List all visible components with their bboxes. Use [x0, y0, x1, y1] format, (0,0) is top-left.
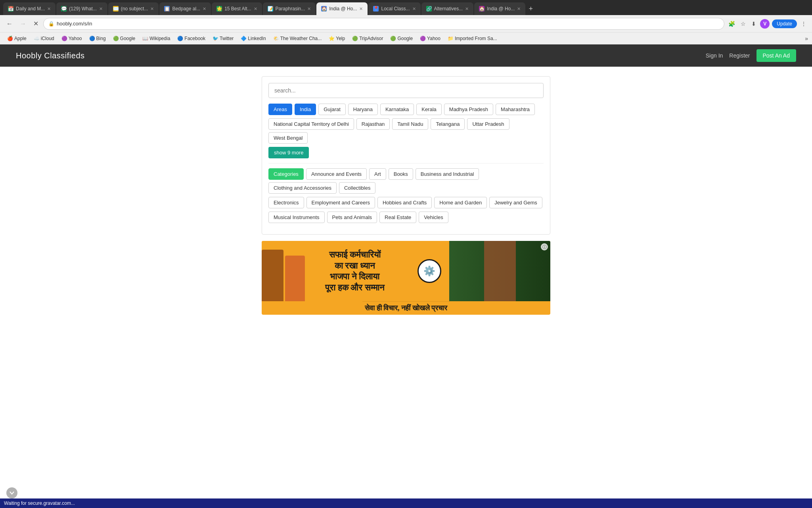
- bookmark-label-google2: Google: [397, 36, 413, 41]
- bookmark-icloud[interactable]: ☁️ iCloud: [31, 35, 57, 42]
- hobbies-crafts-tag[interactable]: Hobbies and Crafts: [377, 197, 432, 208]
- categories-button[interactable]: Categories: [268, 168, 304, 180]
- bookmark-yelp[interactable]: ⭐ Yelp: [326, 35, 348, 42]
- icloud-favicon: ☁️: [34, 36, 39, 41]
- bookmark-tripadvisor[interactable]: 🟢 TripAdvisor: [349, 35, 386, 42]
- bookmarks-more[interactable]: »: [805, 35, 808, 42]
- bookmark-label-twitter: Twitter: [220, 36, 234, 41]
- bookmark-facebook[interactable]: 🔵 Facebook: [174, 35, 209, 42]
- menu-button[interactable]: ⋮: [799, 19, 808, 29]
- tab-2[interactable]: 💬 (129) What... ✕: [56, 2, 107, 15]
- tab-9[interactable]: 🔗 Alternatives... ✕: [421, 2, 474, 15]
- bookmark-weather[interactable]: 🌤️ The Weather Cha...: [270, 35, 325, 42]
- reload-button[interactable]: ✕: [31, 18, 41, 29]
- haryana-tag[interactable]: Haryana: [348, 104, 378, 115]
- tab-close-5[interactable]: ✕: [254, 6, 257, 12]
- ad-info-icon[interactable]: ⓘ: [541, 243, 548, 250]
- forward-button[interactable]: →: [17, 19, 29, 29]
- tab-5[interactable]: 🌟 15 Best Alt... ✕: [212, 2, 262, 15]
- gujarat-tag[interactable]: Gujarat: [318, 104, 346, 115]
- tab-close-2[interactable]: ✕: [99, 6, 103, 12]
- karnataka-tag[interactable]: Karnataka: [380, 104, 414, 115]
- bookmark-bing[interactable]: 🔵 Bing: [86, 35, 109, 42]
- profile-button[interactable]: V: [760, 19, 770, 29]
- rajasthan-tag[interactable]: Rajasthan: [356, 118, 390, 130]
- uttar-pradesh-tag[interactable]: Uttar Pradesh: [467, 118, 509, 130]
- show-more-button[interactable]: show 9 more: [268, 147, 309, 158]
- tab-close-10[interactable]: ✕: [517, 6, 521, 12]
- tab-6[interactable]: 📝 Paraphrasin... ✕: [263, 2, 316, 15]
- linkedin-favicon: 🔷: [241, 36, 246, 41]
- tab-label-2: (129) What...: [69, 6, 96, 12]
- electronics-tag[interactable]: Electronics: [268, 197, 304, 208]
- bookmark-wikipedia[interactable]: 📖 Wikipedia: [139, 35, 173, 42]
- bookmark-google[interactable]: 🟢 Google: [110, 35, 139, 42]
- ad-person-silhouette: [484, 241, 516, 301]
- register-link[interactable]: Register: [729, 52, 750, 59]
- announce-events-tag[interactable]: Announce and Events: [306, 168, 367, 180]
- employment-careers-tag[interactable]: Employment and Careers: [306, 197, 375, 208]
- tab-4[interactable]: 📋 Bedpage al... ✕: [159, 2, 211, 15]
- signin-link[interactable]: Sign In: [706, 52, 723, 59]
- tab-close-7[interactable]: ✕: [359, 6, 363, 12]
- clothing-accessories-tag[interactable]: Clothing and Accessories: [268, 182, 337, 194]
- tab-close-9[interactable]: ✕: [465, 6, 469, 12]
- back-button[interactable]: ←: [4, 19, 15, 29]
- tab-8[interactable]: 📍 Local Class... ✕: [368, 2, 420, 15]
- tab-7[interactable]: 🏠 India @ Ho... ✕: [316, 2, 368, 15]
- address-input[interactable]: [57, 21, 719, 27]
- search-input[interactable]: [268, 83, 544, 98]
- west-bengal-tag[interactable]: West Bengal: [268, 132, 308, 144]
- extensions-button[interactable]: 🧩: [727, 19, 737, 29]
- page-content: Hoobly Classifieds Sign In Register Post…: [0, 44, 812, 508]
- tamil-nadu-tag[interactable]: Tamil Nadu: [392, 118, 428, 130]
- home-garden-tag[interactable]: Home and Garden: [434, 197, 487, 208]
- update-button[interactable]: Update: [772, 19, 797, 28]
- areas-section: Areas India Gujarat Haryana Karnataka Ke…: [268, 104, 544, 158]
- downloads-button[interactable]: ⬇: [750, 19, 758, 29]
- bookmark-twitter[interactable]: 🐦 Twitter: [209, 35, 237, 42]
- ad-bottom-text: सेवा ही विचार, नहीं खोखले प्रचार: [365, 304, 447, 312]
- business-industrial-tag[interactable]: Business and Industrial: [416, 168, 479, 180]
- address-bar[interactable]: 🔒: [43, 18, 724, 30]
- bookmark-label-yahoo: Yahoo: [69, 36, 82, 41]
- pets-animals-tag[interactable]: Pets and Animals: [327, 212, 377, 223]
- nct-delhi-tag[interactable]: National Capital Territory of Delhi: [268, 118, 354, 130]
- real-estate-tag[interactable]: Real Estate: [379, 212, 416, 223]
- tab-1[interactable]: 📅 Daily and M... ✕: [3, 2, 56, 15]
- post-ad-button[interactable]: Post An Ad: [756, 49, 797, 62]
- collectibles-tag[interactable]: Collectibles: [339, 182, 375, 194]
- bookmark-apple[interactable]: 🍎 Apple: [4, 35, 30, 42]
- tab-close-6[interactable]: ✕: [307, 6, 311, 12]
- tab-close-8[interactable]: ✕: [412, 6, 416, 12]
- tab-3[interactable]: ✉️ (no subject... ✕: [108, 2, 159, 15]
- bookmark-button[interactable]: ☆: [739, 19, 747, 29]
- bookmark-imported[interactable]: 📁 Imported From Sa...: [444, 35, 500, 42]
- new-tab-button[interactable]: +: [526, 5, 535, 13]
- books-tag[interactable]: Books: [389, 168, 413, 180]
- lock-icon: 🔒: [48, 21, 54, 27]
- tab-label-6: Paraphrasin...: [276, 6, 305, 12]
- tab-close-4[interactable]: ✕: [203, 6, 206, 12]
- bookmark-yahoo2[interactable]: 🟣 Yahoo: [417, 35, 444, 42]
- bing-favicon: 🔵: [89, 36, 95, 41]
- jewelry-gems-tag[interactable]: Jewelry and Gems: [489, 197, 542, 208]
- yahoo2-favicon: 🟣: [420, 36, 425, 41]
- madhya-pradesh-tag[interactable]: Madhya Pradesh: [444, 104, 493, 115]
- tab-close-3[interactable]: ✕: [150, 6, 154, 12]
- tab-close-1[interactable]: ✕: [47, 6, 51, 12]
- areas-button[interactable]: Areas: [268, 104, 292, 115]
- scroll-down-indicator[interactable]: [6, 487, 17, 498]
- bookmark-linkedin[interactable]: 🔷 LinkedIn: [237, 35, 269, 42]
- imported-favicon: 📁: [448, 36, 453, 41]
- maharashtra-tag[interactable]: Maharashtra: [496, 104, 535, 115]
- telangana-tag[interactable]: Telangana: [431, 118, 465, 130]
- musical-instruments-tag[interactable]: Musical Instruments: [268, 212, 325, 223]
- vehicles-tag[interactable]: Vehicles: [419, 212, 448, 223]
- kerala-tag[interactable]: Kerala: [416, 104, 442, 115]
- art-tag[interactable]: Art: [369, 168, 386, 180]
- tab-10[interactable]: 🏠 India @ Ho... ✕: [474, 2, 525, 15]
- bookmark-yahoo[interactable]: 🟣 Yahoo: [58, 35, 85, 42]
- bookmark-google2[interactable]: 🟢 Google: [387, 35, 416, 42]
- india-tag[interactable]: India: [295, 104, 316, 115]
